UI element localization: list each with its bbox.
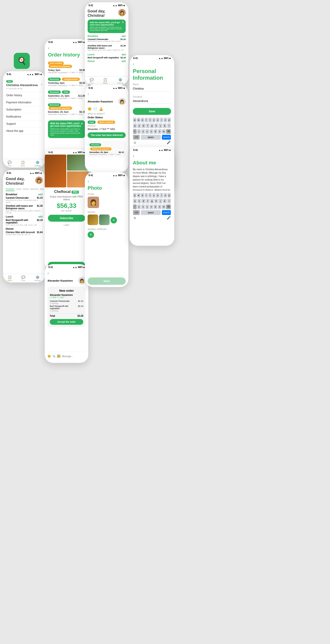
- key-shift[interactable]: ⇧: [133, 129, 137, 134]
- key-n[interactable]: n: [158, 204, 162, 209]
- key-z[interactable]: z: [137, 129, 141, 134]
- tab-menu[interactable]: 📋 Menu: [103, 78, 108, 84]
- key-backspace[interactable]: ⌫: [166, 204, 171, 209]
- key-x[interactable]: x: [141, 204, 145, 209]
- key-123[interactable]: 123: [133, 135, 140, 140]
- key-d[interactable]: d: [142, 199, 145, 204]
- key-l[interactable]: l: [167, 123, 171, 128]
- back-button[interactable]: ‹: [88, 179, 126, 184]
- key-b[interactable]: b: [154, 129, 157, 134]
- key-r[interactable]: r: [145, 118, 148, 122]
- key-v[interactable]: v: [150, 204, 153, 209]
- key-y[interactable]: y: [152, 118, 156, 122]
- key-k[interactable]: k: [163, 199, 167, 204]
- mic-icon[interactable]: 🎤: [167, 216, 171, 220]
- key-o[interactable]: o: [164, 118, 167, 122]
- add-breakfast-btn[interactable]: add: [38, 193, 43, 196]
- key-s[interactable]: s: [137, 123, 141, 128]
- key-backspace[interactable]: ⌫: [166, 129, 171, 134]
- accept-order-button[interactable]: Accept the order: [50, 319, 83, 325]
- delivered-button[interactable]: The order has been delivered: [88, 132, 126, 138]
- key-space[interactable]: space: [141, 210, 161, 215]
- kitchen-photo-2[interactable]: [99, 214, 110, 225]
- tab-settings[interactable]: ⚙️ Settings: [34, 276, 41, 282]
- tab-chat[interactable]: 💬 Chat: [21, 276, 25, 282]
- tab-breakfast[interactable]: Breakfast: [6, 188, 14, 191]
- key-q[interactable]: q: [133, 118, 137, 122]
- key-w[interactable]: w: [137, 193, 140, 198]
- emoji-picker-icon[interactable]: 😊: [47, 354, 51, 358]
- sidebar-item-about[interactable]: About the app: [6, 128, 42, 134]
- key-l[interactable]: l: [167, 199, 171, 204]
- mic-icon[interactable]: 🎤: [167, 140, 171, 144]
- tab-chat[interactable]: 💬 Chat: [90, 78, 94, 84]
- key-space[interactable]: space: [141, 135, 161, 140]
- key-j[interactable]: j: [159, 199, 162, 204]
- sidebar-item-payment[interactable]: Payment information: [6, 99, 42, 106]
- tab-dinner[interactable]: Dinner: [23, 188, 29, 191]
- tab-serv[interactable]: Serv: [40, 188, 44, 191]
- tab-settings[interactable]: ⚙️ Settings: [117, 78, 124, 84]
- key-i[interactable]: i: [160, 118, 163, 122]
- key-m[interactable]: m: [162, 129, 165, 134]
- back-button[interactable]: ‹: [48, 46, 85, 50]
- profile-photo[interactable]: 👩: [88, 196, 99, 208]
- key-t[interactable]: t: [148, 118, 152, 122]
- key-t[interactable]: t: [148, 193, 152, 198]
- back-button[interactable]: ‹: [133, 62, 171, 66]
- key-h[interactable]: h: [154, 199, 158, 204]
- emoji-icon[interactable]: ☺: [133, 216, 137, 220]
- tab-menu[interactable]: 📋 Menu: [20, 160, 25, 167]
- image-icon[interactable]: 🖼️: [57, 354, 61, 358]
- sidebar-item-notifications[interactable]: Notifications: [6, 113, 42, 120]
- key-e[interactable]: e: [141, 118, 144, 122]
- key-o[interactable]: o: [164, 193, 167, 198]
- key-a[interactable]: a: [133, 199, 137, 204]
- key-b[interactable]: b: [154, 204, 157, 209]
- key-k[interactable]: k: [163, 123, 167, 128]
- save-button[interactable]: Save: [88, 278, 126, 285]
- key-x[interactable]: x: [141, 129, 145, 134]
- key-c[interactable]: c: [145, 129, 149, 134]
- key-123[interactable]: 123: [133, 210, 140, 215]
- key-i[interactable]: i: [160, 193, 163, 198]
- chevron-right-icon[interactable]: ›: [41, 82, 42, 86]
- search-key[interactable]: Search: [162, 210, 171, 215]
- name-input[interactable]: [133, 86, 171, 92]
- add-btn[interactable]: add: [122, 60, 126, 62]
- key-f[interactable]: f: [146, 199, 150, 204]
- message-input[interactable]: [62, 355, 88, 358]
- back-button[interactable]: ‹: [133, 154, 171, 158]
- key-p[interactable]: p: [167, 118, 171, 122]
- sidebar-item-subscription[interactable]: Subscription: [6, 106, 42, 113]
- save-button[interactable]: Save: [133, 108, 171, 115]
- key-n[interactable]: n: [158, 129, 162, 134]
- sidebar-item-order-history[interactable]: Order history: [6, 92, 42, 99]
- key-u[interactable]: u: [156, 118, 159, 122]
- close-icon[interactable]: ✕: [122, 21, 124, 24]
- add-btn[interactable]: add: [122, 35, 126, 38]
- key-h[interactable]: h: [154, 123, 158, 128]
- key-s[interactable]: s: [137, 199, 141, 204]
- emoji-icon[interactable]: ☺: [133, 140, 137, 144]
- key-g[interactable]: g: [150, 123, 154, 128]
- back-button[interactable]: ‹: [47, 271, 86, 276]
- key-shift[interactable]: ⇧: [133, 204, 137, 209]
- key-p[interactable]: p: [167, 193, 171, 198]
- subscribe-button[interactable]: Subscribe: [48, 215, 85, 222]
- key-r[interactable]: r: [145, 193, 148, 198]
- pro-banner[interactable]: With the status PRO, you'll get even mor…: [88, 20, 126, 33]
- tab-lunch[interactable]: Lunch: [16, 188, 21, 191]
- attachment-icon[interactable]: 📎: [52, 354, 56, 358]
- pro-banner[interactable]: With the status PRO, you'll get even mor…: [48, 120, 85, 138]
- tab-desserts[interactable]: Desserts: [30, 188, 38, 191]
- key-u[interactable]: u: [156, 193, 159, 198]
- key-j[interactable]: j: [159, 123, 162, 128]
- tab-settings[interactable]: ⚙️ Settings: [34, 160, 41, 167]
- key-e[interactable]: e: [141, 193, 144, 198]
- add-sanitary-btn[interactable]: +: [88, 232, 94, 238]
- surname-input[interactable]: [133, 98, 171, 104]
- key-d[interactable]: d: [142, 123, 145, 128]
- add-lunch-btn[interactable]: add: [38, 215, 43, 218]
- tab-menu[interactable]: 📋 Menu: [7, 276, 12, 282]
